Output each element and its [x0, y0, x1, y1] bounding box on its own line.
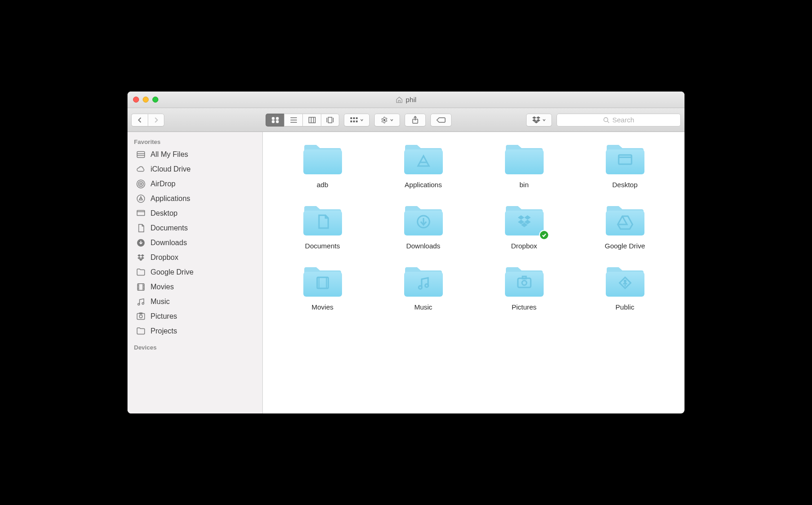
content-area[interactable]: adbApplicationsbinDesktopDocumentsDownlo…: [263, 132, 684, 413]
dropbox-toolbar-button[interactable]: [526, 114, 552, 126]
sidebar-item-airdrop[interactable]: AirDrop: [128, 177, 262, 191]
svg-point-19: [383, 119, 386, 121]
svg-rect-26: [505, 149, 544, 174]
folder-label: Desktop: [612, 181, 638, 189]
folder-icon: [301, 202, 345, 238]
sidebar-item-music[interactable]: Music: [128, 294, 262, 309]
forward-button[interactable]: [148, 114, 164, 126]
folder-item-documents[interactable]: Documents: [277, 202, 368, 250]
sidebar-item-label: Desktop: [151, 209, 178, 218]
svg-rect-7: [309, 117, 315, 123]
sidebar-item-label: Pictures: [151, 312, 177, 321]
tags-button[interactable]: [430, 114, 452, 126]
sidebar-item-pictures[interactable]: Pictures: [128, 309, 262, 324]
sidebar-favorites-header: Favorites: [128, 136, 262, 147]
icon-view-button[interactable]: [266, 114, 284, 126]
finder-window: phil: [128, 92, 684, 413]
music-icon: [136, 297, 146, 307]
folder-label: Downloads: [406, 242, 440, 250]
svg-rect-3: [276, 121, 278, 123]
sidebar-item-label: Dropbox: [151, 253, 178, 262]
sidebar-item-all-my-files[interactable]: All My Files: [128, 147, 262, 162]
folder-item-music[interactable]: Music: [377, 264, 469, 311]
pictures-icon: [136, 311, 146, 321]
folder-icon: [502, 264, 546, 299]
share-button[interactable]: [405, 114, 426, 126]
toolbar: Search: [128, 108, 684, 132]
svg-rect-1: [276, 117, 278, 120]
folder-label: Documents: [305, 242, 340, 250]
folder-item-downloads[interactable]: Downloads: [377, 202, 469, 250]
airdrop-icon: [136, 179, 146, 189]
sidebar-item-icloud-drive[interactable]: iCloud Drive: [128, 162, 262, 177]
folder-icon: [603, 202, 647, 238]
sidebar-item-google-drive[interactable]: Google Drive: [128, 265, 262, 280]
svg-rect-42: [505, 272, 544, 297]
folder-label: adb: [317, 181, 328, 189]
coverflow-view-button[interactable]: [321, 114, 339, 126]
applications-icon: [136, 194, 146, 204]
search-field[interactable]: Search: [557, 114, 681, 126]
sidebar-item-dropbox[interactable]: Dropbox: [128, 250, 262, 265]
folder-label: Dropbox: [511, 242, 537, 250]
folder-icon: [401, 141, 446, 177]
sidebar-item-label: Applications: [151, 195, 190, 203]
folder-label: bin: [519, 181, 528, 189]
folder-icon: [502, 202, 546, 238]
arrange-button[interactable]: [344, 114, 370, 126]
svg-rect-14: [353, 117, 355, 119]
svg-rect-15: [356, 117, 358, 119]
sidebar-item-label: Music: [151, 298, 170, 306]
folder-label: Music: [414, 303, 432, 311]
svg-point-21: [604, 117, 608, 121]
folder-item-adb[interactable]: adb: [277, 141, 368, 189]
folder-label: Pictures: [511, 303, 536, 311]
sidebar-item-movies[interactable]: Movies: [128, 280, 262, 294]
folder-item-public[interactable]: Public: [579, 264, 671, 311]
close-button[interactable]: [133, 97, 139, 103]
fullscreen-button[interactable]: [152, 97, 158, 103]
sidebar-item-label: Downloads: [151, 239, 187, 247]
sidebar-item-label: Google Drive: [151, 268, 193, 276]
folder-icon: [603, 141, 647, 177]
column-view-button[interactable]: [302, 114, 321, 126]
folder-icon: [136, 326, 146, 336]
sidebar-item-projects[interactable]: Projects: [128, 324, 262, 339]
nav-buttons: [131, 114, 164, 126]
svg-rect-23: [303, 149, 342, 174]
sidebar-item-documents[interactable]: Documents: [128, 221, 262, 235]
sidebar-item-desktop[interactable]: Desktop: [128, 206, 262, 221]
back-button[interactable]: [131, 114, 148, 126]
sidebar-item-label: Documents: [151, 224, 188, 232]
list-view-button[interactable]: [284, 114, 302, 126]
search-icon: [603, 117, 609, 123]
minimize-button[interactable]: [143, 97, 149, 103]
folder-icon: [301, 264, 345, 299]
folder-item-applications[interactable]: Applications: [377, 141, 469, 189]
folder-item-pictures[interactable]: Pictures: [478, 264, 570, 311]
sidebar-item-label: AirDrop: [151, 180, 175, 188]
window-body: Favorites All My FilesiCloud DriveAirDro…: [128, 132, 684, 413]
view-mode-buttons: [266, 114, 339, 126]
svg-rect-34: [606, 211, 644, 235]
svg-rect-17: [353, 121, 355, 122]
folder-item-dropbox[interactable]: Dropbox: [478, 202, 570, 250]
folder-item-bin[interactable]: bin: [478, 141, 570, 189]
folder-item-desktop[interactable]: Desktop: [579, 141, 671, 189]
folder-item-google-drive[interactable]: Google Drive: [579, 202, 671, 250]
window-title-text: phil: [406, 96, 416, 103]
movies-icon: [136, 282, 146, 292]
folder-icon: [603, 264, 647, 299]
search-placeholder: Search: [612, 116, 634, 124]
folder-icon: [502, 141, 546, 177]
sidebar-item-downloads[interactable]: Downloads: [128, 235, 262, 250]
svg-rect-30: [303, 211, 342, 235]
folder-label: Google Drive: [605, 242, 645, 250]
sidebar-item-applications[interactable]: Applications: [128, 191, 262, 206]
folder-item-movies[interactable]: Movies: [277, 264, 368, 311]
action-button[interactable]: [374, 114, 400, 126]
sidebar-item-label: iCloud Drive: [151, 165, 191, 173]
folder-icon: [401, 264, 446, 299]
sidebar-item-label: All My Files: [151, 150, 188, 159]
svg-rect-2: [272, 121, 274, 123]
